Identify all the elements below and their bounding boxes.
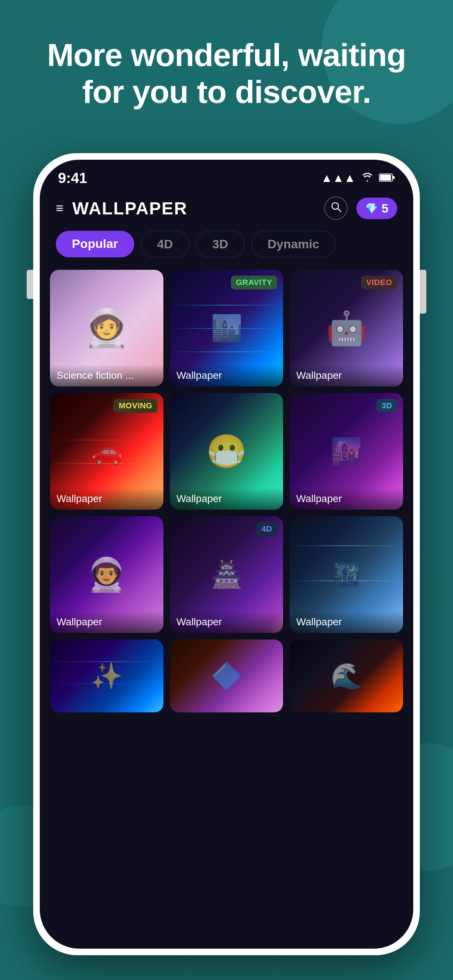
wallpaper-label: Wallpaper [290,488,403,510]
grid-row-2: 🚗 MOVING Wallpaper 😷 Wallpaper [50,393,403,510]
badge-gravity: GRAVITY [231,275,278,290]
signal-icon: ▲▲▲ [321,171,356,185]
badge-4d: 4D [257,522,277,536]
status-bar: 9:41 ▲▲▲ [40,160,413,191]
status-time: 9:41 [58,170,87,186]
phone-mockup: 9:41 ▲▲▲ [33,153,420,955]
wallpaper-item[interactable]: 🚗 MOVING Wallpaper [50,393,163,510]
badge-video: VIDEO [361,275,397,290]
app-title: WALLPAPER [72,198,324,218]
status-icons: ▲▲▲ [321,171,395,185]
category-tabs: Popular 4D 3D Dynamic [40,227,413,266]
wallpaper-item[interactable]: 🤖 VIDEO Wallpaper [290,270,403,387]
battery-icon [379,171,395,185]
svg-line-4 [338,208,341,212]
phone-screen: 9:41 ▲▲▲ [40,160,413,949]
wallpaper-item[interactable]: 🏯 4D Wallpaper [170,516,283,633]
tab-4d[interactable]: 4D [141,231,189,258]
wallpaper-label: Science fiction ... [50,364,163,387]
badge-moving: MOVING [113,399,157,413]
wallpaper-item[interactable]: 🏙️ GRAVITY Wallpaper [170,270,283,387]
gems-count: 5 [381,201,388,215]
svg-rect-2 [393,176,395,179]
light-beams-decoration: ✨ [50,640,163,713]
wallpaper-item[interactable]: 🌊 [290,640,403,713]
grid-row-3: 👨‍🚀 Wallpaper 🏯 4D Wallpaper [50,516,403,633]
wallpaper-label: Wallpaper [170,611,283,633]
tab-dynamic[interactable]: Dynamic [251,231,336,258]
tab-popular[interactable]: Popular [56,231,134,258]
wallpaper-item[interactable]: 👨‍🚀 Wallpaper [50,516,163,633]
streaks-decoration: 🌊 [290,640,403,713]
wallpaper-item[interactable]: 😷 Wallpaper [170,393,283,510]
gem-icon: 💎 [365,202,378,215]
hero-title: More wonderful, waiting for you to disco… [29,37,424,110]
wallpaper-label: Wallpaper [290,611,403,633]
wallpaper-label: Wallpaper [170,488,283,510]
wallpaper-label: Wallpaper [50,611,163,633]
phone-frame: 9:41 ▲▲▲ [33,153,420,955]
wallpaper-item[interactable]: ✨ [50,640,163,713]
badge-3d: 3D [376,399,397,413]
grid-row-4: ✨ 🔷 🌊 [50,640,403,713]
app-header: ≡ WALLPAPER 💎 5 [40,191,413,227]
wallpaper-grid: 🧑‍🚀 Science fiction ... 🏙️ [40,266,413,949]
header-actions: 💎 5 [324,197,397,220]
search-button[interactable] [324,197,348,220]
wallpaper-item[interactable]: 🌃 Wallpaper [290,516,403,633]
tab-3d[interactable]: 3D [196,231,244,258]
search-icon [330,201,342,215]
geometric-decoration: 🔷 [170,640,283,713]
svg-rect-1 [380,175,391,180]
wallpaper-item[interactable]: 🧑‍🚀 Science fiction ... [50,270,163,387]
wifi-icon [361,171,374,185]
wallpaper-label: Wallpaper [170,364,283,387]
wallpaper-item[interactable]: 🌆 3D Wallpaper [290,393,403,510]
wallpaper-label: Wallpaper [290,364,403,387]
wallpaper-item[interactable]: 🔷 [170,640,283,713]
hero-section: More wonderful, waiting for you to disco… [0,37,453,110]
gems-button[interactable]: 💎 5 [356,197,397,219]
svg-point-3 [332,203,338,209]
menu-icon[interactable]: ≡ [56,200,64,216]
grid-row-1: 🧑‍🚀 Science fiction ... 🏙️ [50,270,403,387]
wallpaper-label: Wallpaper [50,488,163,510]
